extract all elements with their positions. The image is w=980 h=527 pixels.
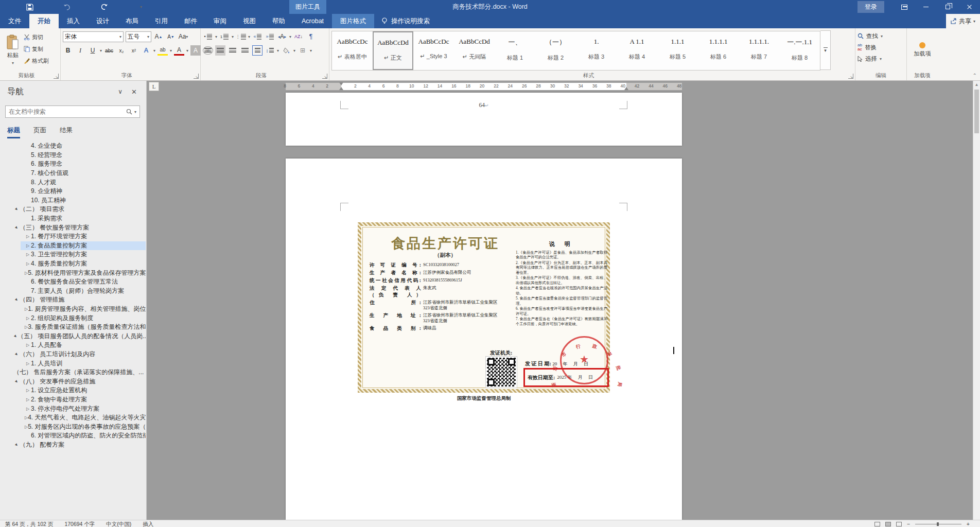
style-标题 8[interactable]: 一.一.1.1标题 8: [779, 31, 820, 70]
nav-item[interactable]: 5. 经营理念: [0, 151, 146, 160]
style-_Style 3[interactable]: AaBbCcDc↵ _Style 3: [413, 31, 454, 70]
shading-button[interactable]: [281, 45, 291, 56]
nav-tab-结果[interactable]: 结果: [60, 126, 73, 138]
nav-item[interactable]: ▷1. 人员配备: [0, 341, 146, 350]
nav-item[interactable]: ▷2. 食物中毒处理方案: [0, 395, 146, 405]
style-标题 3[interactable]: 1.标题 3: [576, 31, 617, 70]
align-right-button[interactable]: [227, 45, 238, 56]
expand-arrow-icon[interactable]: ▷: [25, 234, 31, 239]
nav-item[interactable]: 4. 企业使命: [0, 142, 146, 151]
ribbon-tab-Acrobat[interactable]: Acrobat: [293, 14, 332, 28]
expand-arrow-icon[interactable]: ▷: [25, 316, 31, 321]
nav-item[interactable]: ▷2. 食品质量控制方案: [0, 241, 146, 251]
style-标题 1[interactable]: 一、标题 1: [495, 31, 535, 70]
style-标题 4[interactable]: A 1.1标题 4: [617, 31, 657, 70]
indent-marker[interactable]: [339, 87, 343, 90]
shrink-font-button[interactable]: A▼: [166, 31, 176, 42]
style-表格居中[interactable]: AaBbCcDc↵ 表格居中: [332, 31, 373, 70]
scroll-up-icon[interactable]: ▲: [973, 81, 980, 89]
document-page-1[interactable]: 64↵: [286, 93, 682, 146]
nav-item[interactable]: ▷2. 组织架构及服务制度: [0, 313, 146, 323]
show-hide-marks-button[interactable]: ¶: [306, 31, 316, 42]
nav-item[interactable]: 8. 人才观: [0, 178, 146, 187]
nav-item[interactable]: 10. 员工精神: [0, 196, 146, 205]
style-无间隔[interactable]: AaBbCcDd↵ 无间隔: [454, 31, 495, 70]
ribbon-tab-审阅[interactable]: 审阅: [205, 14, 235, 28]
distribute-button[interactable]: [252, 45, 262, 56]
expand-arrow-icon[interactable]: ▷: [25, 243, 31, 248]
sign-in-button[interactable]: 登录: [857, 1, 884, 13]
nav-item[interactable]: ▷3. 服务质量保证措施（服务质量检查方法和...: [0, 323, 146, 332]
nav-item[interactable]: 7. 核心价值观: [0, 169, 146, 178]
share-button[interactable]: 共享 ▾: [946, 14, 980, 28]
tab-stop-selector[interactable]: L: [149, 82, 159, 91]
decrease-indent-button[interactable]: «: [252, 31, 262, 42]
ribbon-tab-设计[interactable]: 设计: [88, 14, 117, 28]
nav-item[interactable]: 7. 主要人员（厨师）合理轮岗方案: [0, 287, 146, 296]
nav-tab-页面[interactable]: 页面: [33, 126, 46, 138]
ribbon-tab-图片格式[interactable]: 图片格式: [332, 14, 374, 28]
word-count[interactable]: 170694 个字: [64, 521, 95, 527]
underline-button[interactable]: U: [87, 45, 98, 56]
horizontal-ruler[interactable]: 8642246810121416182022242628303234363840…: [161, 82, 973, 91]
ribbon-tab-布局[interactable]: 布局: [117, 14, 147, 28]
expand-arrow-icon[interactable]: ▷: [25, 361, 31, 366]
line-spacing-button[interactable]: ↕: [265, 45, 275, 56]
highlight-button[interactable]: ab: [157, 45, 168, 56]
style-标题 6[interactable]: 1.1.1.1标题 6: [698, 31, 739, 70]
text-effects-button[interactable]: A: [141, 45, 151, 56]
addins-button[interactable]: 加载项: [909, 30, 936, 69]
collapse-ribbon-icon[interactable]: ⌃: [973, 73, 977, 78]
nav-item[interactable]: ▷3. 停水停电停气处理方案: [0, 404, 146, 413]
replace-button[interactable]: abac 替换: [857, 42, 904, 53]
character-shading-button[interactable]: A: [190, 45, 201, 56]
asian-layout-button[interactable]: ◂A▸: [277, 31, 287, 42]
ribbon-tab-插入[interactable]: 插入: [59, 14, 88, 28]
nav-item[interactable]: ▼（六） 员工培训计划及内容: [0, 350, 146, 359]
search-options-caret-icon[interactable]: ▾: [134, 110, 136, 114]
print-layout-icon[interactable]: [885, 522, 891, 526]
ribbon-display-options-icon[interactable]: [894, 0, 915, 14]
multilevel-list-button[interactable]: ⋮: [236, 31, 246, 42]
font-size-combo[interactable]: 五号▾: [126, 31, 151, 42]
numbering-button[interactable]: 1: [219, 31, 230, 42]
sort-button[interactable]: AZ↓: [293, 31, 304, 42]
indent-marker[interactable]: [339, 82, 343, 85]
zoom-out-icon[interactable]: −: [907, 521, 910, 527]
certificate-image[interactable]: 食品生产许可证 （副本） 许 可 证 编 号:SC10332038100027生…: [358, 222, 610, 393]
nav-item[interactable]: （七） 售后服务方案（承诺落实的保障措施、...: [0, 368, 146, 377]
style-标题 7[interactable]: 1.1.1.1.标题 7: [739, 31, 779, 70]
web-layout-icon[interactable]: [896, 522, 902, 526]
nav-item[interactable]: ▷1. 人员培训: [0, 359, 146, 368]
styles-dialog-launcher-icon[interactable]: [848, 74, 853, 79]
nav-item[interactable]: ▷1. 厨房管理服务内容、相关管理措施、岗位...: [0, 305, 146, 314]
copy-button[interactable]: 复制: [24, 43, 49, 55]
expand-arrow-icon[interactable]: ▷: [25, 252, 31, 257]
nav-item[interactable]: ▷1. 餐厅环境管理方案: [0, 232, 146, 241]
ribbon-tab-邮件[interactable]: 邮件: [176, 14, 205, 28]
indent-marker[interactable]: [624, 87, 628, 90]
nav-item[interactable]: ▷5. 对服务区内出现的各类事故的应急预案（...: [0, 422, 146, 431]
vertical-scrollbar[interactable]: ▲: [973, 81, 980, 520]
clipboard-dialog-launcher-icon[interactable]: [54, 74, 59, 79]
page-info[interactable]: 第 64 页，共 102 页: [5, 521, 53, 527]
nav-item[interactable]: ▼（三） 餐饮服务管理方案: [0, 223, 146, 232]
nav-item[interactable]: 9. 企业精神: [0, 187, 146, 196]
nav-item[interactable]: ▷4. 天然气着火、电路起火、油锅起火等火灾...: [0, 413, 146, 423]
nav-item[interactable]: 6. 对管理区域内的防盗、防火的安全防范措...: [0, 431, 146, 441]
insert-mode[interactable]: 插入: [143, 521, 153, 527]
document-search-input[interactable]: 在文档中搜索 ▾: [5, 106, 140, 118]
borders-button[interactable]: ⊞: [297, 45, 308, 56]
font-name-combo[interactable]: 宋体▾: [63, 31, 124, 42]
format-painter-button[interactable]: 格式刷: [24, 55, 49, 66]
style-标题 5[interactable]: 1.1.1标题 5: [657, 31, 698, 70]
nav-item[interactable]: 1. 采购需求: [0, 214, 146, 223]
bullets-button[interactable]: •: [203, 31, 213, 42]
close-icon[interactable]: [958, 0, 980, 14]
expand-arrow-icon[interactable]: ▷: [25, 343, 31, 347]
paragraph-dialog-launcher-icon[interactable]: [322, 74, 327, 79]
nav-item[interactable]: ▼（八） 突发事件的应急措施: [0, 377, 146, 386]
ribbon-tab-文件[interactable]: 文件: [0, 14, 29, 28]
expand-arrow-icon[interactable]: ▷: [25, 397, 31, 402]
nav-item[interactable]: ▼（九） 配餐方案: [0, 441, 146, 450]
